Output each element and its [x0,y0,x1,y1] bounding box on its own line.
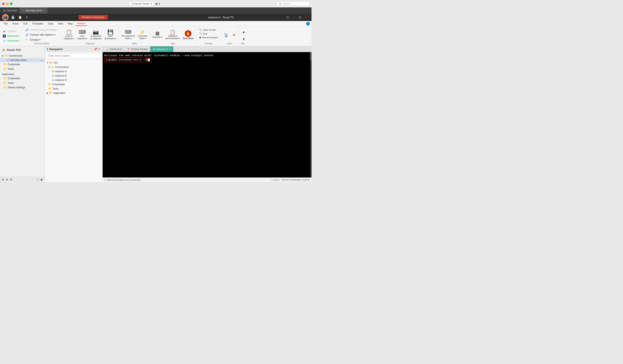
terminal-prompt-line: [opc@ih-instance-vcn-a ~]$ [104,57,310,62]
close-traffic-light[interactable] [2,2,5,5]
clipboard-group: 📋 Copy toClipboard ▾ ⌨ TypeClipboard ▾ 📷… [61,27,119,45]
left-sidebar: ⚠ Oracle TSX ▼ 📁 Connections 🖥 hub-step-… [0,46,45,182]
screenshot-clipboard-btn[interactable]: 📷 Screenshotto Clipboard [89,29,103,41]
default-settings-item[interactable]: 📁 Default Settings [0,85,45,90]
sidebar-spacer [0,90,45,177]
oci-folder-icon: 📂 [49,61,53,64]
key-sequence-btn[interactable]: ⌨ Key SequenceTasks ▾ [120,29,136,41]
copy-btn[interactable]: 📋 [17,14,23,21]
nav-instance-a-item[interactable]: 🖥 instance-A [45,69,102,73]
minimize-btn[interactable]: ─ [291,15,297,20]
hub-step-stone-item[interactable]: 🖥 hub-step-stone ▲ [0,58,45,62]
nav-application-item[interactable]: ▶ 📂 Application [45,91,102,95]
selection-icon: ▦ [155,31,160,36]
app-tasks-item[interactable]: 📁 Tasks [0,81,45,85]
type-clipboard-btn[interactable]: ⌨ TypeClipboard ▾ [76,29,89,41]
nav-close-btn[interactable]: ✕ [98,47,100,51]
connect-btn[interactable]: ▶ Connect [1,29,21,34]
tasks-item[interactable]: 📁 Tasks [0,67,45,71]
disconnect-btn[interactable]: ■ Disconnect [1,34,21,38]
connections-item[interactable]: ▼ 📁 Connections [0,54,45,58]
nav-actions: 📌 ✕ [94,47,100,51]
change-btn[interactable]: ✏ Change ▾ [23,38,60,42]
arrow-up-btn[interactable]: ▲ [241,29,247,35]
tab-dashboard[interactable]: 📊 Dashboard [103,46,124,52]
menu-file[interactable]: File [2,21,10,26]
computer-name-dropdown[interactable]: Computer Name ▾ [129,1,154,6]
page-icon: ● [271,179,273,181]
expand-btn[interactable]: ⊡ [285,15,290,20]
menu-actions[interactable]: Actions [75,21,87,26]
maximize-traffic-light[interactable] [10,2,13,5]
play-nav-icon[interactable]: ▶ [41,178,43,181]
find-btn[interactable]: 🔍 Find [198,32,220,35]
menu-home[interactable]: Home [10,21,21,26]
oracle-icon: ⚠ [2,48,5,52]
tab-getting-started[interactable]: ❓ Getting Started [124,46,150,52]
nav-credentials-item[interactable]: 📁 Credentials [45,82,102,86]
wifi-input-btn[interactable]: 📡 [222,32,230,38]
send-break-icon: ✋ [185,30,191,37]
nav-connections-item[interactable]: ▼ 📁 Connections [45,65,102,69]
nav-tasks-item[interactable]: 📁 Tasks [45,86,102,91]
menu-view[interactable]: View [56,21,65,26]
terminal-body[interactable]: Activate the web console with: systemctl… [103,52,312,177]
input-group: ▦ Selection ▾ 📋 Clipboardand Keyboard ▾ … [150,27,196,45]
nav-instance-c-item[interactable]: 🖥 instance-C [45,78,102,82]
instance-tab-close[interactable]: ✕ [169,48,171,50]
settings-icon[interactable]: ⊕ [6,178,8,181]
connect-options-btn[interactable]: 🔗 Connect with Options ▾ [23,33,60,37]
dropdown-btn[interactable]: ⬇ [24,14,29,21]
oci-item[interactable]: ▼ 📂 OCI [45,61,102,65]
save-screenshot-btn[interactable]: 💾 SaveScreenshot ▾ [103,29,117,41]
selection-btn[interactable]: ▦ Selection ▾ [151,30,164,39]
clipboard-keyboard-btn[interactable]: 📋 Clipboardand Keyboard ▾ [164,29,181,41]
terminal-scrollbar[interactable] [310,52,312,177]
arrow-down-btn[interactable]: ▼ [241,37,247,42]
add-icon[interactable]: ⊕ [2,178,4,181]
sidebar-nav-icons: ☆ ▶ [37,178,43,181]
expand-icon: ▼ [2,55,4,57]
tab-overview[interactable]: ⊞ Overview [1,7,19,14]
connect-template-btn[interactable]: 🔗 Connect using Template ▾ [23,28,60,32]
search-bar[interactable]: 🔍 Search [276,1,310,6]
tab-close-icon[interactable]: ✕ [43,9,45,12]
save-btn[interactable]: 💾 [10,14,16,21]
scrollbar-thumb[interactable] [310,52,311,61]
reconnect-btn[interactable]: ↺ Reconnect [1,39,21,43]
app-credentials-item[interactable]: 📁 Credentials [0,76,45,81]
license-icon: ⊞ [282,178,284,181]
tab-instance-a[interactable]: 🖥 instance-A ✕ [150,46,174,52]
nav-instance-b-item[interactable]: 🖥 instance-B [45,73,102,78]
more-icon[interactable]: ⚙ [10,178,13,181]
copy-to-clipboard-btn[interactable]: 📋 Copy toClipboard ▾ [62,29,75,41]
nav-pin-btn[interactable]: 📌 [94,47,97,51]
close-btn[interactable]: ✕ [304,15,310,20]
tab-hub-step-stone[interactable]: ✕ hub-step-stone ✕ [19,7,47,14]
menu-data[interactable]: Data [46,21,55,26]
minimize-traffic-light[interactable] [6,2,9,5]
terminal-icon: 🖥 [7,59,9,62]
menu-templates[interactable]: Templates [30,21,45,26]
menu-edit[interactable]: Edit [21,21,30,26]
oracle-header: ⚠ Oracle TSX [0,46,45,54]
clear-screen-btn[interactable]: 🔍 Clear Screen [198,28,220,31]
menu-help[interactable]: Help [66,21,75,26]
command-tasks-btn[interactable]: ⚡ CommandTasks ▾ [136,29,149,41]
send-break-btn[interactable]: ✋ Send Break [181,29,195,40]
credentials-item[interactable]: 📁 Credentials [0,62,45,67]
star-icon[interactable]: ☆ [37,178,39,181]
type-clipboard-icon: ⌨ [79,30,86,35]
record-session-btn[interactable]: ⏺ Record Session [198,36,220,39]
terminal-cursor [148,59,150,61]
application-folder-icon: 📂 [49,91,52,94]
terminal-activation-msg: Activate the web console with: systemctl… [104,54,310,57]
nav-search-input[interactable] [46,53,101,58]
arrow-down-icon: ▼ [242,38,245,41]
restore-btn[interactable]: ⧉ [297,15,303,20]
help-button[interactable]: ? [306,22,310,25]
play-button[interactable]: ▶ ▾ [156,2,160,5]
cross-btn[interactable]: ✕ [230,32,238,38]
instance-tab-icon: 🖥 [153,48,155,50]
credentials-folder-icon: 📁 [3,63,7,66]
